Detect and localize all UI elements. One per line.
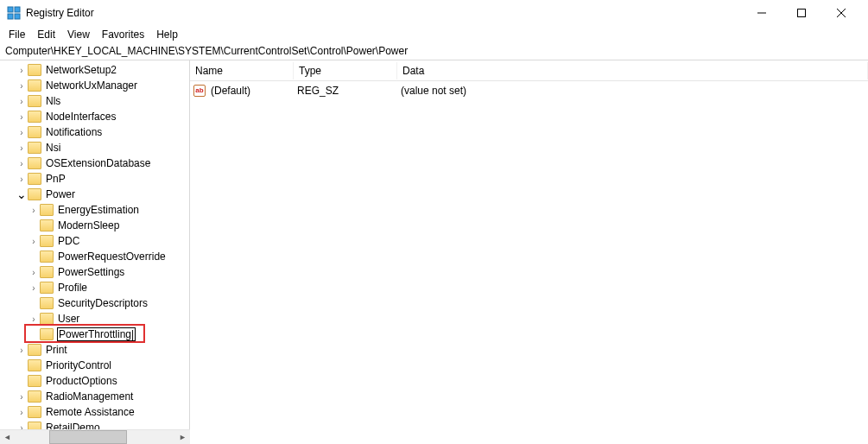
tree-node-pdc[interactable]: ›PDC: [0, 233, 189, 249]
menu-help[interactable]: Help: [151, 28, 183, 41]
window-title: Registry Editor: [26, 7, 742, 19]
chevron-right-icon[interactable]: ›: [16, 66, 28, 75]
scroll-right-button[interactable]: ►: [175, 430, 190, 445]
tree-node-modernsleep[interactable]: ModernSleep: [0, 218, 189, 233]
svg-rect-1: [15, 7, 20, 12]
window-controls: [742, 0, 861, 26]
tree-node-pnp[interactable]: ›PnP: [0, 171, 189, 187]
folder-icon: [40, 282, 54, 294]
menu-file[interactable]: File: [3, 28, 30, 41]
tree-label: OSExtensionDatabase: [45, 157, 151, 169]
tree-node-powersettings[interactable]: ›PowerSettings: [0, 264, 189, 280]
chevron-right-icon[interactable]: ›: [16, 112, 28, 122]
folder-icon: [28, 188, 41, 200]
tree-label: PriorityControl: [45, 359, 112, 371]
tree-label: User: [57, 313, 80, 325]
list-header: Name Type Data: [190, 60, 868, 81]
tree-node-power[interactable]: ⌄Power: [0, 187, 189, 202]
tree-label: SecurityDescriptors: [57, 297, 149, 309]
close-button[interactable]: [821, 0, 861, 26]
menu-favorites[interactable]: Favorites: [97, 28, 149, 41]
tree-node-profile[interactable]: ›Profile: [0, 280, 189, 295]
tree-node-radiomanagement[interactable]: ›RadioManagement: [0, 389, 189, 404]
list-body[interactable]: ab (Default) REG_SZ (value not set): [190, 81, 868, 429]
menubar: File Edit View Favorites Help: [0, 26, 868, 43]
tree-label: ProductOptions: [45, 375, 118, 387]
tree-node-remote-assistance[interactable]: ›Remote Assistance: [0, 404, 189, 420]
tree-panel[interactable]: ›NetworkSetup2›NetworkUxManager›Nls›Node…: [0, 60, 190, 429]
tree-node-energyestimation[interactable]: ›EnergyEstimation: [0, 202, 189, 218]
maximize-button[interactable]: [782, 0, 821, 26]
tree-node-networkuxmanager[interactable]: ›NetworkUxManager: [0, 78, 189, 93]
tree-node-securitydescriptors[interactable]: SecurityDescriptors: [0, 295, 189, 311]
chevron-right-icon[interactable]: ›: [28, 268, 40, 277]
tree-label: PowerRequestOverride: [57, 251, 167, 263]
chevron-right-icon[interactable]: ›: [28, 314, 40, 324]
folder-icon: [40, 251, 54, 263]
scroll-left-button[interactable]: ◄: [0, 430, 15, 445]
chevron-right-icon[interactable]: ›: [16, 128, 28, 137]
content: ›NetworkSetup2›NetworkUxManager›Nls›Node…: [0, 60, 868, 429]
menu-view[interactable]: View: [62, 28, 95, 41]
tree-label: NodeInterfaces: [45, 111, 117, 123]
tree-label: PDC: [57, 235, 80, 247]
menu-edit[interactable]: Edit: [32, 28, 60, 41]
tree-node-prioritycontrol[interactable]: PriorityControl: [0, 358, 189, 373]
tree-node-nsi[interactable]: ›Nsi: [0, 140, 189, 155]
tree-label: ModernSleep: [57, 219, 120, 232]
chevron-right-icon[interactable]: ›: [16, 392, 28, 402]
chevron-right-icon[interactable]: ›: [16, 408, 28, 417]
folder-icon: [40, 297, 54, 309]
column-name[interactable]: Name: [190, 62, 294, 79]
folder-icon: [28, 126, 41, 138]
tree-node-networksetup2[interactable]: ›NetworkSetup2: [0, 62, 189, 78]
chevron-right-icon[interactable]: ›: [16, 174, 28, 184]
chevron-right-icon[interactable]: ›: [16, 346, 28, 355]
tree-node-user[interactable]: ›User: [0, 311, 189, 327]
svg-rect-3: [15, 14, 20, 19]
tree-node-productoptions[interactable]: ProductOptions: [0, 373, 189, 389]
column-type[interactable]: Type: [294, 62, 397, 79]
chevron-right-icon[interactable]: ›: [28, 237, 40, 246]
regedit-icon: [7, 6, 21, 20]
chevron-right-icon[interactable]: ›: [16, 81, 28, 91]
tree-label: NetworkUxManager: [45, 79, 138, 92]
tree-node-notifications[interactable]: ›Notifications: [0, 124, 189, 140]
minimize-button[interactable]: [742, 0, 782, 26]
tree-node-osextensiondatabase[interactable]: ›OSExtensionDatabase: [0, 155, 189, 171]
folder-icon: [28, 79, 41, 92]
list-row[interactable]: ab (Default) REG_SZ (value not set): [190, 83, 868, 98]
tree-node-nls[interactable]: ›Nls: [0, 93, 189, 109]
tree-label: NetworkSetup2: [45, 64, 117, 76]
chevron-right-icon[interactable]: ›: [16, 97, 28, 106]
svg-rect-5: [798, 10, 806, 17]
address-bar[interactable]: Computer\HKEY_LOCAL_MACHINE\SYSTEM\Curre…: [0, 43, 868, 60]
tree-label: Print: [45, 344, 68, 356]
chevron-right-icon[interactable]: ›: [28, 206, 40, 215]
string-value-icon: ab: [193, 85, 206, 97]
folder-icon: [28, 95, 41, 107]
column-data[interactable]: Data: [397, 62, 868, 79]
chevron-right-icon[interactable]: ›: [16, 159, 28, 168]
tree-label: PowerThrottling|: [57, 327, 136, 341]
tree-horizontal-scrollbar[interactable]: ◄ ►: [0, 429, 190, 444]
svg-rect-2: [8, 14, 13, 19]
tree-node-retaildemo[interactable]: ›RetailDemo: [0, 420, 189, 429]
tree-node-nodeinterfaces[interactable]: ›NodeInterfaces: [0, 109, 189, 124]
chevron-right-icon[interactable]: ›: [28, 283, 40, 293]
folder-icon: [28, 359, 41, 371]
scroll-track[interactable]: [15, 430, 175, 444]
folder-icon: [40, 219, 54, 232]
folder-icon: [28, 344, 41, 356]
svg-rect-0: [8, 7, 13, 12]
cell-data: (value not set): [396, 85, 868, 97]
chevron-right-icon[interactable]: ›: [16, 143, 28, 153]
tree-node-powerthrottling[interactable]: PowerThrottling|: [0, 327, 189, 342]
tree-node-print[interactable]: ›Print: [0, 342, 189, 358]
chevron-down-icon[interactable]: ⌄: [16, 187, 28, 201]
tree-node-powerrequestoverride[interactable]: PowerRequestOverride: [0, 249, 189, 264]
scroll-thumb[interactable]: [49, 430, 127, 444]
folder-icon: [40, 328, 54, 340]
tree-label: RetailDemo: [45, 422, 101, 429]
chevron-right-icon[interactable]: ›: [16, 423, 28, 430]
